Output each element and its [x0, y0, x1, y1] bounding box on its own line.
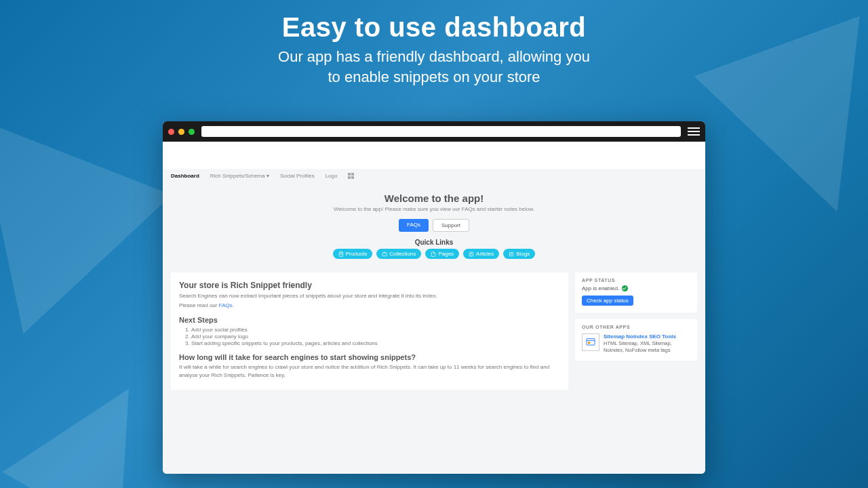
svg-rect-0: [382, 253, 387, 256]
main-heading: Your store is Rich Snippet friendly: [179, 281, 560, 290]
app-status-card: APP STATUS App is enabled. Check app sta…: [575, 272, 697, 312]
quicklinks-row: Products Collections Pages Articles Blog…: [163, 249, 705, 259]
app-status-label: APP STATUS: [582, 278, 690, 283]
svg-rect-8: [587, 339, 595, 345]
maximize-window-dot[interactable]: [189, 129, 195, 135]
faqs-link[interactable]: FAQs: [219, 302, 233, 308]
tab-dashboard[interactable]: Dashboard: [171, 173, 199, 179]
browser-window: Dashboard Rich Snippets/Schema ▾ Social …: [163, 121, 705, 474]
howlong-heading: How long will it take for search engines…: [179, 353, 560, 361]
quicklink-blogs[interactable]: Blogs: [503, 249, 535, 259]
quicklink-articles[interactable]: Articles: [463, 249, 499, 259]
faqs-button[interactable]: FAQs: [399, 219, 429, 232]
main-p1: Search Engines can now extract important…: [179, 292, 560, 300]
close-window-dot[interactable]: [168, 129, 174, 135]
tab-logo[interactable]: Logo: [326, 173, 338, 179]
url-bar[interactable]: [201, 126, 681, 137]
welcome-heading: Welcome to the app!: [163, 192, 705, 204]
minimize-window-dot[interactable]: [178, 129, 184, 135]
app-body: Dashboard Rich Snippets/Schema ▾ Social …: [163, 142, 705, 474]
app-status-row: App is enabled.: [582, 285, 690, 291]
welcome-sub: Welcome to the app! Please make sure you…: [163, 206, 705, 212]
browser-titlebar: [163, 121, 705, 142]
list-item: Add your company logo: [191, 333, 560, 340]
quicklinks-title: Quick Links: [163, 239, 705, 246]
next-steps-heading: Next Steps: [179, 316, 560, 324]
svg-rect-10: [588, 342, 590, 344]
hero-title: Easy to use dashboard: [0, 12, 868, 43]
check-icon: [622, 285, 628, 291]
other-apps-label: OUR OTHER APPS: [582, 325, 690, 329]
other-apps-card: OUR OTHER APPS Sitemap NoIndex SEO Tools…: [575, 319, 697, 361]
other-app-desc: HTML Sitemap, XML Sitemap, NoIndex, NoFo…: [604, 340, 672, 353]
quicklink-pages[interactable]: Pages: [425, 249, 459, 259]
app-icon: [582, 333, 599, 351]
tab-rich-snippets[interactable]: Rich Snippets/Schema ▾: [210, 173, 269, 179]
quicklink-products[interactable]: Products: [333, 249, 373, 259]
other-app-title[interactable]: Sitemap NoIndex SEO Tools: [604, 333, 676, 340]
list-item: Start adding specific snippets to your p…: [191, 340, 560, 346]
menu-icon[interactable]: [688, 125, 700, 138]
list-item: Add your social profiles: [191, 327, 560, 333]
main-panel: Your store is Rich Snippet friendly Sear…: [171, 272, 568, 390]
apps-grid-icon[interactable]: [348, 173, 354, 179]
check-app-status-button[interactable]: Check app status: [582, 296, 633, 306]
next-steps-list: Add your social profiles Add your compan…: [191, 327, 560, 346]
howlong-p: It will take a while for search engines …: [179, 363, 560, 378]
quicklink-collections[interactable]: Collections: [376, 249, 421, 259]
tab-social-profiles[interactable]: Social Profiles: [280, 173, 315, 179]
app-nav: Dashboard Rich Snippets/Schema ▾ Social …: [163, 169, 705, 183]
support-button[interactable]: Support: [433, 219, 469, 232]
main-p2: Please read our FAQs.: [179, 302, 560, 309]
